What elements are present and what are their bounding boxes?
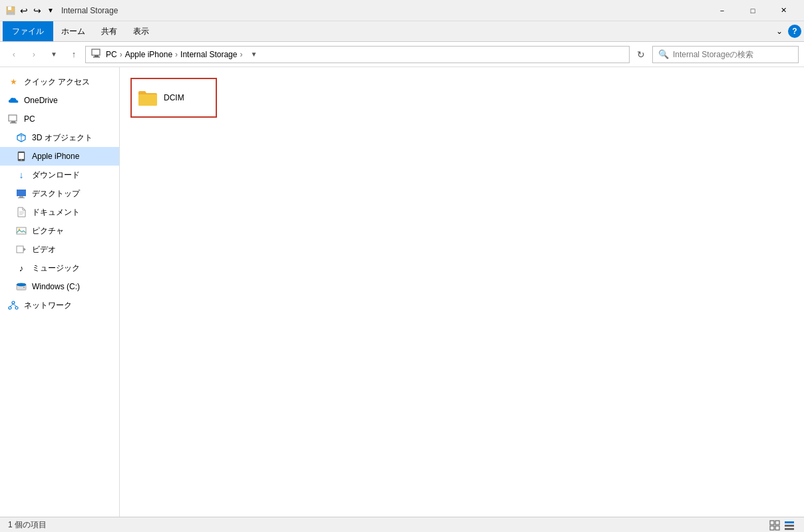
3d-icon: [16, 132, 27, 143]
svg-rect-16: [19, 196, 23, 198]
path-pc[interactable]: PC: [106, 50, 117, 59]
ribbon-tab-bar: ファイル ホーム 共有 表示 ⌄ ?: [0, 21, 804, 41]
svg-rect-20: [19, 214, 23, 215]
forward-button[interactable]: ›: [25, 46, 43, 63]
drive-icon: [16, 281, 27, 292]
window-controls: − □ ✕: [707, 0, 799, 21]
svg-point-28: [12, 301, 15, 304]
svg-rect-33: [770, 521, 774, 525]
sidebar-item-documents[interactable]: ドキュメント: [0, 203, 119, 221]
sidebar-label-quick-access: クイック アクセス: [24, 76, 90, 88]
svg-point-27: [23, 287, 25, 288]
svg-rect-39: [785, 528, 794, 530]
folder-dcim[interactable]: DCIM: [130, 78, 217, 118]
svg-rect-3: [92, 49, 100, 55]
address-path[interactable]: PC › Apple iPhone › Internal Storage › ▼: [85, 46, 630, 63]
ribbon-right: ⌄ ?: [773, 24, 801, 39]
sidebar-label-desktop: デスクトップ: [32, 188, 80, 200]
maximize-button[interactable]: □: [737, 0, 768, 21]
sidebar-label-onedrive: OneDrive: [24, 96, 58, 105]
sidebar-label-pictures: ピクチャ: [32, 225, 64, 237]
search-icon: 🔍: [658, 49, 669, 59]
list-view-button[interactable]: [783, 519, 796, 532]
save-icon[interactable]: [5, 5, 16, 16]
sidebar-item-apple-iphone[interactable]: Apple iPhone: [0, 147, 119, 166]
refresh-button[interactable]: ↻: [632, 46, 650, 63]
sidebar-item-windows-c[interactable]: Windows (C:): [0, 277, 119, 296]
sidebar-item-music[interactable]: ♪ ミュージック: [0, 259, 119, 277]
sidebar-item-desktop[interactable]: デスクトップ: [0, 184, 119, 203]
sidebar-item-pictures[interactable]: ピクチャ: [0, 221, 119, 240]
svg-rect-2: [7, 11, 14, 15]
sidebar-item-network[interactable]: ネットワーク: [0, 296, 119, 315]
sidebar-label-downloads: ダウンロード: [32, 170, 80, 181]
svg-rect-23: [17, 246, 23, 253]
close-button[interactable]: ✕: [768, 0, 799, 21]
svg-line-31: [10, 304, 13, 307]
svg-rect-7: [11, 121, 15, 122]
pc-icon: [8, 114, 19, 124]
sidebar-label-videos: ビデオ: [32, 244, 56, 255]
title-bar: ↩ ↪ ▼ Internal Storage − □ ✕: [0, 0, 804, 21]
address-bar: ‹ › ▼ ↑ PC › Apple iPhone › Internal Sto…: [0, 42, 804, 67]
sidebar-item-quick-access[interactable]: ★ クイック アクセス: [0, 72, 119, 91]
sidebar-label-windows-c: Windows (C:): [32, 282, 80, 291]
music-icon: ♪: [16, 263, 27, 273]
svg-rect-18: [19, 211, 24, 212]
svg-rect-34: [775, 521, 779, 525]
sidebar-label-pc: PC: [24, 114, 35, 124]
sidebar: ★ クイック アクセス OneDrive PC: [0, 67, 120, 517]
video-icon: [16, 244, 27, 255]
sidebar-item-3dobjects[interactable]: 3D オブジェクト: [0, 128, 119, 147]
dropdown-button[interactable]: ▼: [45, 46, 63, 63]
tab-file[interactable]: ファイル: [3, 21, 53, 41]
tab-view[interactable]: 表示: [125, 21, 157, 41]
back-button[interactable]: ‹: [5, 46, 23, 63]
window-title: Internal Storage: [61, 6, 707, 15]
tab-home[interactable]: ホーム: [53, 21, 93, 41]
svg-rect-13: [19, 153, 24, 159]
svg-point-30: [15, 307, 18, 309]
search-box[interactable]: 🔍: [652, 46, 799, 63]
svg-rect-4: [95, 55, 99, 57]
ribbon-collapse-icon[interactable]: ⌄: [773, 24, 785, 39]
sidebar-item-onedrive[interactable]: OneDrive: [0, 91, 119, 110]
sidebar-label-music: ミュージック: [32, 263, 80, 274]
svg-rect-5: [93, 57, 100, 58]
view-controls: [768, 519, 796, 532]
picture-icon: [16, 225, 27, 236]
phone-icon: [16, 151, 27, 162]
up-button[interactable]: ↑: [65, 46, 83, 63]
sidebar-label-documents: ドキュメント: [32, 207, 80, 218]
ribbon-help-icon[interactable]: ?: [788, 25, 801, 38]
path-internal-storage[interactable]: Internal Storage: [180, 50, 237, 59]
tab-share[interactable]: 共有: [93, 21, 125, 41]
search-input[interactable]: [673, 50, 793, 59]
svg-rect-21: [17, 227, 26, 234]
download-icon: ↓: [16, 170, 27, 180]
folder-icon: [137, 88, 158, 107]
svg-point-14: [21, 160, 22, 161]
sidebar-item-videos[interactable]: ビデオ: [0, 240, 119, 259]
sidebar-item-downloads[interactable]: ↓ ダウンロード: [0, 166, 119, 184]
svg-rect-15: [17, 190, 26, 196]
svg-rect-6: [9, 115, 17, 121]
folder-name-dcim: DCIM: [164, 93, 184, 102]
path-dropdown-icon[interactable]: ▼: [250, 51, 257, 58]
svg-line-32: [13, 304, 17, 307]
customize-icon[interactable]: ▼: [45, 5, 56, 16]
svg-point-26: [17, 283, 26, 286]
star-icon: ★: [8, 76, 19, 87]
path-apple-iphone[interactable]: Apple iPhone: [125, 50, 172, 59]
svg-rect-35: [770, 526, 774, 530]
svg-rect-37: [785, 521, 794, 523]
undo-icon[interactable]: ↩: [19, 5, 29, 16]
svg-rect-19: [19, 213, 24, 213]
grid-view-button[interactable]: [768, 519, 781, 532]
sidebar-label-network: ネットワーク: [24, 300, 72, 311]
redo-icon[interactable]: ↪: [32, 5, 43, 16]
svg-rect-17: [18, 198, 25, 198]
sidebar-item-pc[interactable]: PC: [0, 110, 119, 128]
document-icon: [16, 207, 27, 217]
minimize-button[interactable]: −: [707, 0, 737, 21]
